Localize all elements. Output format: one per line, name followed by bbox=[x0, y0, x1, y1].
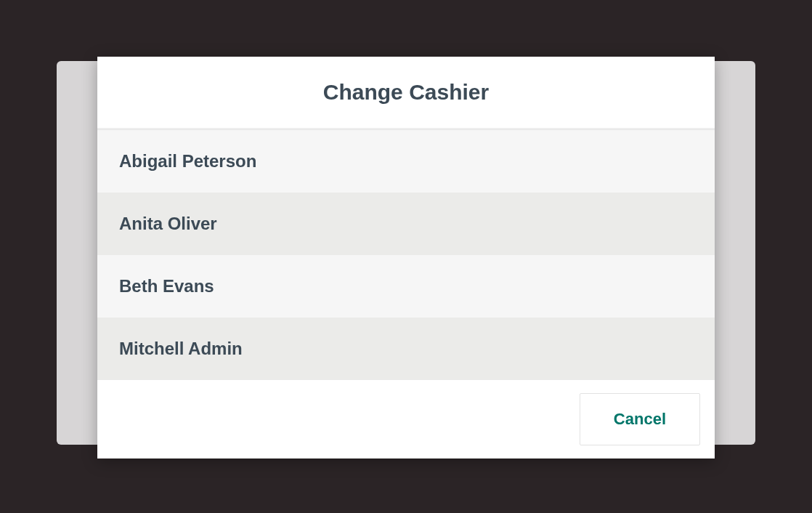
change-cashier-modal: Change Cashier Abigail Peterson Anita Ol… bbox=[97, 57, 715, 459]
cashier-item-abigail-peterson[interactable]: Abigail Peterson bbox=[97, 130, 715, 193]
cashier-item-mitchell-admin[interactable]: Mitchell Admin bbox=[97, 318, 715, 380]
cancel-button[interactable]: Cancel bbox=[580, 393, 700, 445]
cashier-item-beth-evans[interactable]: Beth Evans bbox=[97, 255, 715, 318]
modal-title: Change Cashier bbox=[119, 80, 693, 105]
modal-footer: Cancel bbox=[97, 380, 715, 459]
cashier-list: Abigail Peterson Anita Oliver Beth Evans… bbox=[97, 129, 715, 380]
cashier-item-anita-oliver[interactable]: Anita Oliver bbox=[97, 193, 715, 255]
modal-header: Change Cashier bbox=[97, 57, 715, 129]
